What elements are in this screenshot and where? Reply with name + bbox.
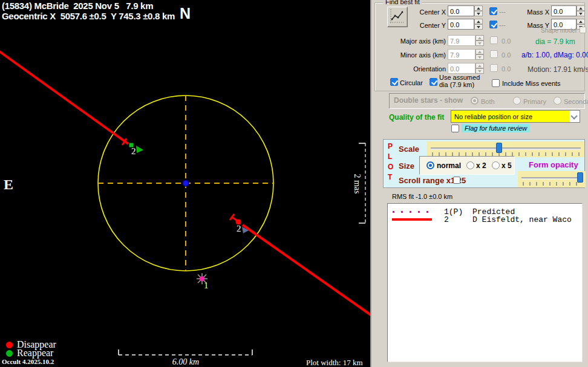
orientation-checkbox[interactable] (490, 64, 498, 72)
east-label: E (4, 177, 13, 193)
major-axis-checkbox[interactable] (490, 36, 498, 44)
minor-axis-label: Minor axis (km) (384, 51, 446, 59)
circular-checkbox[interactable] (390, 78, 398, 86)
occult-chord-fit-window: (15834) McBride 2025 Nov 5 7.9 km Geocen… (0, 0, 588, 367)
disappear-legend-dot (6, 342, 13, 348)
form-opacity-track (521, 177, 582, 180)
mas-scale-label: 2 mas (352, 163, 362, 205)
plot-controls-box: P L O T Scale Size normal x 2 x 5 Form o… (383, 139, 585, 188)
center-y-input[interactable] (448, 19, 474, 30)
km-scale-label: 6.00 km (154, 357, 217, 367)
legend-reappear: Reappear (17, 348, 53, 359)
chord-name: D Eisfeldt, near Waco (472, 215, 572, 224)
shape-model-checkbox[interactable] (580, 27, 586, 33)
major-axis-label: Major axis (km) (384, 37, 446, 45)
center-x-spinner[interactable] (474, 5, 483, 16)
double-stars-both-label: Both (481, 98, 495, 105)
size-normal-label: normal (437, 161, 461, 170)
scale-slider-thumb[interactable] (496, 143, 502, 153)
orientation-label: Orientation (384, 65, 446, 73)
plot-subtitle: Geocentric X 5057.6 ±0.5 Y 745.3 ±0.8 km (2, 11, 175, 21)
circular-label: Circular (400, 79, 423, 86)
scale-slider-track (431, 148, 581, 150)
center-x-checkbox[interactable] (489, 7, 497, 15)
size-x5-radio[interactable] (492, 161, 500, 169)
predicted-label: 1 (204, 281, 209, 291)
minor-axis-checkbox[interactable] (490, 50, 498, 58)
size-radio-group: normal x 2 x 5 (419, 156, 515, 175)
reappear-legend-dot (6, 350, 13, 357)
minor-axis-aux: 0.0 (501, 51, 511, 59)
chord-2-pre-segment[interactable] (0, 50, 128, 144)
center-x-label: Center X (399, 8, 446, 16)
form-opacity-label: Form opacity (529, 160, 578, 169)
form-opacity-thumb[interactable] (577, 172, 583, 183)
chord-2-post-segment[interactable] (243, 225, 370, 315)
form-opacity-ticks (523, 182, 582, 186)
size-x2-label: x 2 (476, 161, 486, 170)
mass-x-input[interactable] (551, 5, 577, 16)
scroll-range-checkbox[interactable] (453, 177, 460, 184)
size-label: Size (399, 161, 414, 171)
minor-axis-spinner[interactable] (475, 49, 484, 60)
center-y-spinner[interactable] (474, 19, 483, 30)
use-assumed-label: Use assumed dia (7.9 km) (439, 74, 480, 88)
size-x2-radio[interactable] (466, 161, 474, 169)
find-best-fit-label: Find best fit (384, 0, 422, 5)
double-stars-label: Double stars - show (394, 96, 463, 105)
quality-dropdown[interactable]: No reliable position or size (451, 110, 580, 123)
rms-fit-label: RMS fit -1.0 ±0.0 km (392, 193, 452, 200)
double-stars-secondary-label: Secondary (564, 98, 588, 105)
chord-label-lower: 2 (237, 224, 241, 234)
dia-text: dia = 7.9 km (535, 37, 575, 46)
double-stars-both-radio[interactable] (471, 97, 479, 105)
orientation-input[interactable] (448, 63, 475, 74)
chord-id: 2 (444, 215, 449, 224)
chord-label-upper: 2 (131, 146, 136, 157)
asteroid-center-dot (183, 180, 189, 186)
north-label: N (180, 5, 191, 22)
center-y-checkbox[interactable] (489, 21, 497, 28)
observed-line-sample (392, 218, 432, 221)
include-miss-label: Include Miss events (502, 80, 561, 87)
major-axis-spinner[interactable] (475, 35, 484, 46)
minor-axis-input[interactable] (448, 49, 475, 60)
form-opacity-slider[interactable] (518, 171, 586, 187)
major-axis-aux: 0.0 (501, 37, 511, 45)
center-y-label: Center Y (399, 22, 446, 29)
shape-model-label: Shape model (537, 27, 577, 34)
major-axis-input[interactable] (448, 35, 475, 46)
dropdown-arrow-icon[interactable] (569, 111, 580, 122)
flag-review-label: Flag for future review (462, 124, 530, 132)
include-miss-checkbox[interactable] (492, 79, 500, 87)
quality-label: Quality of the fit (389, 113, 444, 122)
use-assumed-checkbox[interactable] (430, 78, 437, 86)
ab-dmag-text: a/b: 1.00, dMag: 0.00 (521, 51, 588, 59)
plot-title: (15834) McBride 2025 Nov 5 7.9 km (2, 1, 153, 11)
double-stars-primary-radio[interactable] (513, 97, 521, 105)
quality-value: No reliable position or size (454, 113, 532, 120)
scale-slider[interactable] (427, 141, 584, 157)
mass-x-label: Mass X (512, 8, 549, 16)
orientation-aux: 0.0 (501, 65, 511, 73)
mass-x-spinner[interactable] (577, 5, 585, 16)
orientation-spinner[interactable] (475, 63, 484, 74)
flag-review-checkbox[interactable] (451, 125, 459, 132)
double-stars-secondary-radio[interactable] (554, 97, 561, 105)
center-x-input[interactable] (448, 5, 474, 16)
plot-letters: P L O T (388, 141, 393, 183)
center-x-dashes: --- (499, 8, 506, 15)
double-stars-primary-label: Primary (523, 98, 546, 105)
size-x5-label: x 5 (501, 161, 512, 170)
plot-graphics (0, 0, 370, 367)
center-y-dashes: --- (499, 21, 506, 28)
scale-label: Scale (399, 145, 419, 154)
fit-control-panel: Find best fit Center X --- Mass X Center… (371, 0, 588, 367)
plot-width-label: Plot width: 17 km (306, 358, 363, 367)
chord-listbox[interactable]: 1(P) Predicted 2 D Eisfeldt, near Waco (387, 203, 583, 362)
predicted-line-sample (393, 211, 430, 213)
occultation-plot-canvas[interactable]: (15834) McBride 2025 Nov 5 7.9 km Geocen… (0, 0, 370, 367)
version-label: Occult 4.2025.10.2 (2, 358, 54, 365)
motion-arrow-green (136, 146, 143, 153)
size-normal-radio[interactable] (426, 161, 434, 169)
